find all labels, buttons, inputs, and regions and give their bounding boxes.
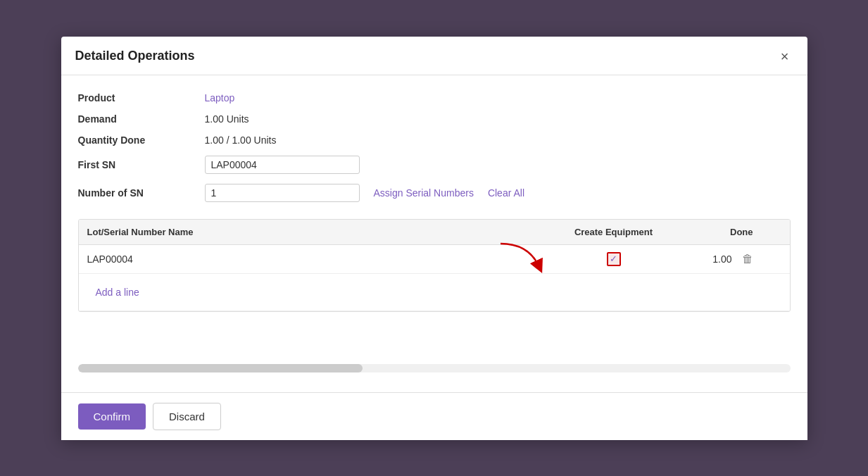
modal-dialog: Detailed Operations × Product Laptop Dem… bbox=[61, 37, 807, 440]
create-equipment-checkbox-wrapper: ✓ bbox=[559, 252, 669, 266]
assign-serial-numbers-link[interactable]: Assign Serial Numbers bbox=[374, 187, 474, 199]
col-done-header: Done bbox=[677, 220, 762, 245]
discard-button[interactable]: Discard bbox=[153, 403, 221, 430]
confirm-button[interactable]: Confirm bbox=[78, 403, 146, 430]
add-line-cell: Add a line bbox=[79, 273, 790, 311]
first-sn-field bbox=[205, 156, 791, 174]
modal-title: Detailed Operations bbox=[75, 49, 195, 63]
serial-numbers-table: Lot/Serial Number Name Create Equipment … bbox=[79, 220, 790, 311]
modal-header: Detailed Operations × bbox=[61, 37, 807, 75]
spacer bbox=[78, 323, 791, 358]
col-actions-header bbox=[762, 220, 790, 245]
table-header-row: Lot/Serial Number Name Create Equipment … bbox=[79, 220, 790, 245]
add-line-link[interactable]: Add a line bbox=[87, 281, 148, 303]
delete-row-icon[interactable]: 🗑 bbox=[742, 253, 753, 265]
serial-numbers-table-container: Lot/Serial Number Name Create Equipment … bbox=[78, 219, 791, 312]
table-row: LAP00004 ✓ bbox=[79, 244, 790, 273]
table-wrapper: Lot/Serial Number Name Create Equipment … bbox=[78, 219, 791, 312]
first-sn-label: First SN bbox=[78, 156, 205, 174]
row-spacer-cell bbox=[762, 244, 790, 273]
close-button[interactable]: × bbox=[776, 48, 793, 65]
done-value: 1.00 bbox=[712, 253, 731, 265]
create-equipment-cell: ✓ bbox=[551, 244, 677, 273]
done-cell-inner: 1.00 🗑 bbox=[686, 253, 753, 265]
add-line-row: Add a line bbox=[79, 273, 790, 311]
quantity-done-label: Quantity Done bbox=[78, 134, 205, 146]
number-of-sn-input[interactable] bbox=[205, 184, 360, 202]
first-sn-input[interactable] bbox=[205, 156, 360, 174]
demand-value: 1.00 Units bbox=[205, 113, 791, 125]
form-fields: Product Laptop Demand 1.00 Units Quantit… bbox=[78, 92, 791, 202]
col-lot-serial-header: Lot/Serial Number Name bbox=[79, 220, 551, 245]
quantity-done-value: 1.00 / 1.00 Units bbox=[205, 134, 791, 146]
create-equipment-checkbox-border: ✓ bbox=[607, 252, 621, 266]
modal-body: Product Laptop Demand 1.00 Units Quantit… bbox=[61, 75, 807, 392]
product-value: Laptop bbox=[205, 92, 791, 104]
clear-all-link[interactable]: Clear All bbox=[488, 187, 524, 199]
horizontal-scrollbar[interactable] bbox=[78, 364, 791, 372]
number-of-sn-row: Assign Serial Numbers Clear All bbox=[205, 184, 791, 202]
demand-label: Demand bbox=[78, 113, 205, 125]
scrollbar-thumb bbox=[78, 364, 363, 372]
done-cell: 1.00 🗑 bbox=[677, 244, 762, 273]
number-of-sn-label: Number of SN bbox=[78, 184, 205, 202]
product-label: Product bbox=[78, 92, 205, 104]
lot-serial-cell: LAP00004 bbox=[79, 244, 551, 273]
modal-footer: Confirm Discard bbox=[61, 392, 807, 440]
col-create-equipment-header: Create Equipment bbox=[551, 220, 677, 245]
